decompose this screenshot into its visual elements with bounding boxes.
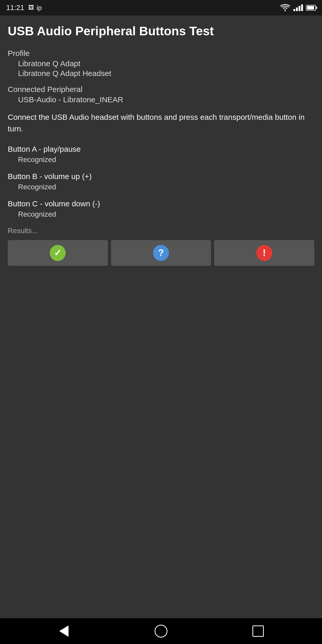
status-bar: 11:21 🖼 ip <box>0 0 322 15</box>
main-content: USB Audio Peripheral Buttons Test Profil… <box>0 15 322 618</box>
nav-bar <box>0 618 322 644</box>
connected-peripheral-section: Connected Peripheral USB-Audio - Librato… <box>8 85 314 105</box>
profile-label: Profile <box>8 49 314 58</box>
connected-peripheral-value: USB-Audio - Libratone_INEAR <box>8 95 314 104</box>
home-button[interactable] <box>152 622 170 640</box>
recents-icon <box>252 625 264 637</box>
profile-option-1: Libratone Q Adapt <box>8 59 314 68</box>
button-a-label: Button A - play/pause <box>8 145 314 154</box>
button-b-status: Recognized <box>8 183 314 191</box>
signal-icon <box>293 4 303 11</box>
button-a-status: Recognized <box>8 156 314 164</box>
back-icon <box>59 625 69 637</box>
results-label: Results... <box>8 227 314 235</box>
home-icon <box>155 625 167 638</box>
recents-button[interactable] <box>249 622 267 640</box>
button-a-section: Button A - play/pause Recognized <box>8 145 314 164</box>
connected-peripheral-label: Connected Peripheral <box>8 85 314 94</box>
button-c-label: Button C - volume down (-) <box>8 199 314 208</box>
info-icon: ? <box>153 245 169 261</box>
image-icon: 🖼 <box>28 4 34 11</box>
fail-button[interactable]: ! <box>214 240 314 266</box>
status-icons-left: 🖼 ip <box>28 4 42 12</box>
button-b-section: Button B - volume up (+) Recognized <box>8 172 314 191</box>
pass-icon: ✓ <box>50 245 66 261</box>
info-button[interactable]: ? <box>111 240 211 266</box>
page-title: USB Audio Peripheral Buttons Test <box>8 24 314 39</box>
pass-button[interactable]: ✓ <box>8 240 108 266</box>
fail-icon: ! <box>256 245 272 261</box>
ip-label: ip <box>37 4 42 12</box>
button-c-status: Recognized <box>8 210 314 218</box>
profile-section: Profile Libratone Q Adapt Libratone Q Ad… <box>8 49 314 79</box>
button-c-section: Button C - volume down (-) Recognized <box>8 199 314 218</box>
status-time: 11:21 <box>6 4 24 12</box>
status-left: 11:21 🖼 ip <box>6 4 42 12</box>
back-button[interactable] <box>55 622 73 640</box>
profile-option-2: Libratone Q Adapt Headset <box>8 69 314 78</box>
button-b-label: Button B - volume up (+) <box>8 172 314 181</box>
status-icons-right <box>280 4 316 11</box>
battery-icon <box>306 5 316 11</box>
wifi-icon <box>280 4 290 11</box>
instruction-text: Connect the USB Audio headset with butto… <box>8 111 314 134</box>
action-buttons-row: ✓ ? ! <box>8 240 314 266</box>
